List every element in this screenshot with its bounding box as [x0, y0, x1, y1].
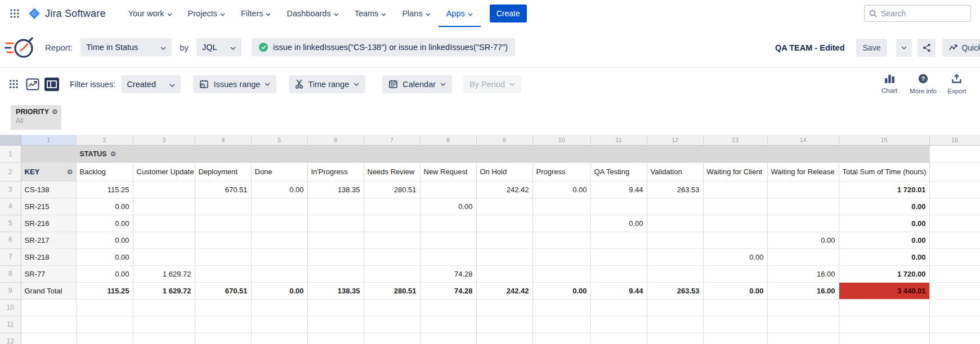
row-number[interactable]: 12: [0, 333, 21, 344]
cell-value[interactable]: [476, 248, 532, 265]
cell-value[interactable]: [703, 181, 767, 198]
cell-value[interactable]: [195, 265, 251, 282]
cell-value[interactable]: 670.51: [195, 282, 251, 299]
cell-value[interactable]: [532, 198, 590, 215]
nav-item-filters[interactable]: Filters: [233, 0, 279, 27]
cell-value[interactable]: [532, 299, 590, 316]
cell-value[interactable]: [703, 333, 767, 344]
cell-value[interactable]: [703, 299, 767, 316]
cell-value[interactable]: [590, 316, 647, 333]
status-column-header[interactable]: New Request: [420, 162, 476, 181]
status-column-header[interactable]: Needs Review: [364, 162, 420, 181]
row-key-cell[interactable]: SR-217: [21, 232, 76, 248]
status-column-header[interactable]: Deployment: [195, 162, 251, 181]
row-key-cell[interactable]: SR-218: [21, 248, 76, 265]
cell-value[interactable]: [647, 248, 703, 265]
cell-value[interactable]: [364, 299, 420, 316]
cell-value[interactable]: 263.53: [647, 282, 703, 299]
cell-value[interactable]: 9.44: [590, 282, 647, 299]
cell-value[interactable]: 0.00: [703, 248, 767, 265]
cell-value[interactable]: [251, 198, 307, 215]
cell-value[interactable]: [251, 333, 307, 344]
cell-value[interactable]: [703, 215, 767, 232]
cell-value[interactable]: 0.00: [839, 198, 929, 215]
cell-value[interactable]: [364, 248, 420, 265]
cell-value[interactable]: 115.25: [76, 282, 133, 299]
cell-value[interactable]: [590, 265, 647, 282]
cell-empty[interactable]: [929, 299, 980, 316]
cell-value[interactable]: [767, 215, 839, 232]
cell-value[interactable]: [251, 248, 307, 265]
cell-value[interactable]: 0.00: [839, 215, 929, 232]
cell-value[interactable]: [420, 181, 476, 198]
cell-value[interactable]: [307, 215, 364, 232]
cell-value[interactable]: [251, 316, 307, 333]
cell-value[interactable]: 3 440.01: [839, 282, 929, 299]
cell-value[interactable]: [133, 181, 195, 198]
cell-value[interactable]: 1 629.72: [133, 282, 195, 299]
cell-value[interactable]: [647, 333, 703, 344]
cell-empty[interactable]: [929, 145, 980, 162]
cell-value[interactable]: [590, 333, 647, 344]
cell-value[interactable]: [133, 232, 195, 248]
cell-value[interactable]: [647, 215, 703, 232]
cell-value[interactable]: [251, 299, 307, 316]
cell-value[interactable]: [420, 248, 476, 265]
cell-value[interactable]: [590, 248, 647, 265]
cell-value[interactable]: [364, 265, 420, 282]
cell-value[interactable]: [703, 232, 767, 248]
cell-value[interactable]: [839, 299, 929, 316]
cell-value[interactable]: [420, 333, 476, 344]
cell-value[interactable]: [532, 248, 590, 265]
cell-value[interactable]: [476, 198, 532, 215]
cell-value[interactable]: 1 720.01: [839, 181, 929, 198]
status-column-header[interactable]: On Hold: [476, 162, 532, 181]
cell-value[interactable]: [307, 333, 364, 344]
key-header-cell[interactable]: ⚙KEY: [21, 162, 76, 181]
cell-value[interactable]: [647, 316, 703, 333]
cell-value[interactable]: [364, 198, 420, 215]
cell-value[interactable]: [767, 316, 839, 333]
cell-value[interactable]: [532, 215, 590, 232]
cell-value[interactable]: [364, 316, 420, 333]
column-number[interactable]: 12: [647, 135, 703, 145]
cell-value[interactable]: [364, 232, 420, 248]
cell-value[interactable]: [133, 248, 195, 265]
row-number[interactable]: 7: [0, 248, 21, 265]
cell-value[interactable]: [476, 265, 532, 282]
cell-value[interactable]: [195, 316, 251, 333]
cell-value[interactable]: [476, 215, 532, 232]
nav-item-projects[interactable]: Projects: [180, 0, 233, 27]
cell-value[interactable]: 0.00: [76, 232, 133, 248]
status-header-cell[interactable]: STATUS⚙: [21, 145, 929, 162]
toolbar-action-more-info[interactable]: ?More info: [910, 74, 937, 94]
cell-value[interactable]: 242.42: [476, 181, 532, 198]
chart-view-button[interactable]: [25, 77, 41, 92]
gear-icon[interactable]: ⚙: [110, 150, 117, 158]
column-number[interactable]: 14: [767, 135, 839, 145]
cell-value[interactable]: [307, 316, 364, 333]
status-column-header[interactable]: Waiting for Client: [703, 162, 767, 181]
cell-value[interactable]: 280.51: [364, 282, 420, 299]
cell-value[interactable]: 242.42: [476, 282, 532, 299]
priority-filter[interactable]: PRIORITY ⚙ All: [11, 105, 61, 130]
status-column-header[interactable]: Done: [251, 162, 307, 181]
cell-value[interactable]: [476, 316, 532, 333]
cell-value[interactable]: [703, 198, 767, 215]
table-view-button-selected[interactable]: [44, 77, 60, 92]
nav-item-your-work[interactable]: Your work: [120, 0, 180, 27]
cell-value[interactable]: [420, 232, 476, 248]
cell-value[interactable]: 9.44: [590, 181, 647, 198]
row-key-cell[interactable]: CS-138: [21, 181, 76, 198]
report-mode-select[interactable]: JQL: [196, 38, 241, 56]
cell-value[interactable]: 74.28: [420, 282, 476, 299]
cell-value[interactable]: 0.00: [590, 215, 647, 232]
cell-value[interactable]: 0.00: [532, 181, 590, 198]
cell-empty[interactable]: [929, 316, 980, 333]
status-column-header[interactable]: Total Sum of Time (hours): [839, 162, 929, 181]
row-number[interactable]: 11: [0, 316, 21, 333]
cell-value[interactable]: 280.51: [364, 181, 420, 198]
cell-value[interactable]: [307, 299, 364, 316]
cell-value[interactable]: [532, 316, 590, 333]
column-number[interactable]: 10: [532, 135, 590, 145]
